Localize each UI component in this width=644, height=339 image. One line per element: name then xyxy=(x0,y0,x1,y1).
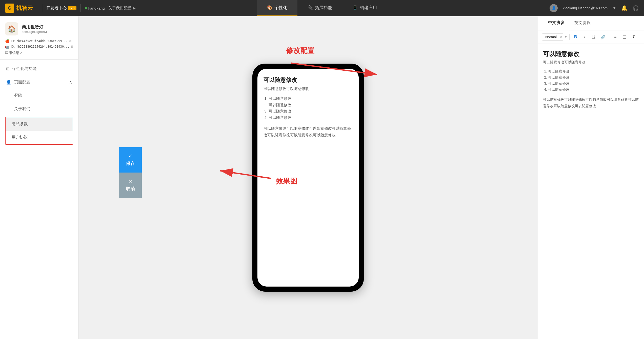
menu-item-page-config-left: 👤 页面配置 xyxy=(6,80,30,85)
android-id-label: ID: xyxy=(11,45,15,48)
tab1-icon: 🎨 xyxy=(267,5,272,10)
ios-id-value: 7be44d5ce9fb4ddb853acc299... xyxy=(16,39,67,43)
nav-about-config: 关于我们配置 xyxy=(108,6,131,11)
user-avatar[interactable]: 👤 xyxy=(550,4,558,12)
sidebar-item-login[interactable]: 登陆 xyxy=(0,89,78,102)
logo-text: 机智云 xyxy=(16,4,33,12)
personalization-icon: ⊞ xyxy=(6,66,9,71)
app-bundle-id: com.light.lightBM xyxy=(22,30,47,34)
app-info-section: 🏠 商用租赁灯 com.light.lightBM 🍎 ID: 7be44d5c… xyxy=(0,16,78,60)
list-item: 可以随意修改 xyxy=(269,115,353,120)
rich-editor-subtitle: 可以随意修改可以随意修改 xyxy=(543,60,639,65)
toolbar-divider2 xyxy=(609,34,609,40)
clear-format-button[interactable]: T xyxy=(630,33,638,41)
sidebar-item-page-config[interactable]: 👤 页面配置 ∧ xyxy=(0,76,78,89)
nav-logo[interactable]: G 机智云 xyxy=(5,4,33,13)
sidebar-submenu: 登陆 关于我们 隐私条款 用户协议 xyxy=(0,89,78,145)
tab-english-agreement[interactable]: 英文协议 xyxy=(569,16,596,30)
page-config-label: 页面配置 xyxy=(14,80,30,85)
android-id-copy-icon[interactable]: ⧉ xyxy=(71,45,73,49)
nav-headphone-icon[interactable]: 🎧 xyxy=(633,5,639,11)
nav-user-info[interactable]: kangkang 关于我们配置 ▶ xyxy=(85,6,136,11)
sidebar-item-personalization[interactable]: ⊞ 个性化与功能 xyxy=(0,62,78,76)
svg-text:修改配置: 修改配置 xyxy=(286,47,315,54)
tab2-icon: 🔌 xyxy=(308,5,313,10)
ios-id-row: 🍎 ID: 7be44d5ce9fb4ddb853acc299... ⧉ xyxy=(5,39,73,43)
toolbar-divider1 xyxy=(569,34,570,40)
sidebar-menu: ⊞ 个性化与功能 👤 页面配置 ∧ 登陆 关于我们 隐私条款 用户协议 xyxy=(0,60,78,148)
beta-badge: Beta xyxy=(68,6,76,10)
list-item: 可以随意修改 xyxy=(269,96,353,101)
nav-email-arrow: ▼ xyxy=(613,6,616,10)
link-button[interactable]: 🔗 xyxy=(599,33,607,41)
rich-list-item: 可以随意修改 xyxy=(548,75,639,80)
underline-button[interactable]: U xyxy=(590,33,598,41)
rich-content-area: 可以随意修改 可以随意修改可以随意修改 可以随意修改 可以随意修改 可以随意修改… xyxy=(538,44,644,339)
sidebar: 🏠 商用租赁灯 com.light.lightBM 🍎 ID: 7be44d5c… xyxy=(0,16,78,339)
nav-email: xiaokang lushang@163.com xyxy=(563,6,608,10)
logo-icon: G xyxy=(5,4,14,13)
android-id-value: fb321189212542b4a891491930... xyxy=(16,45,69,48)
tab-personalization[interactable]: 🎨 个性化 xyxy=(257,0,297,16)
rich-editor-list: 可以随意修改 可以随意修改 可以随意修改 可以随意修改 xyxy=(548,69,639,92)
top-navigation: G 机智云 开发者中心 Beta kangkang 关于我们配置 ▶ 🎨 个性化… xyxy=(0,0,644,16)
phone-content-title: 可以随意修改 xyxy=(264,76,353,84)
page-config-arrow: ∧ xyxy=(69,80,72,85)
save-cancel-buttons: ✓ 保存 ✕ 取消 xyxy=(119,147,142,198)
italic-button[interactable]: I xyxy=(581,33,589,41)
nav-config-arrow: ▶ xyxy=(133,6,136,10)
app-icon: 🏠 xyxy=(5,22,18,35)
nav-divider2 xyxy=(80,4,81,12)
app-info-link[interactable]: 应用信息 > xyxy=(5,51,73,55)
sidebar-item-user-agreement[interactable]: 用户协议 xyxy=(6,131,73,144)
phone-mockup: 可以随意修改 可以随意修改可以随意修改 可以随意修改 可以随意修改 可以随意修改… xyxy=(252,64,364,292)
user-online-dot xyxy=(85,7,87,9)
nav-bell-icon[interactable]: 🔔 xyxy=(621,5,628,11)
sidebar-item-about[interactable]: 关于我们 xyxy=(0,102,78,116)
tab3-icon: 📱 xyxy=(352,5,358,10)
ios-id-copy-icon[interactable]: ⧉ xyxy=(69,39,71,43)
app-name: 商用租赁灯 xyxy=(22,24,47,30)
privacy-box: 隐私条款 用户协议 xyxy=(5,117,73,145)
list-item: 可以随意修改 xyxy=(269,103,353,107)
tab-build-app[interactable]: 📱 构建应用 xyxy=(342,0,387,16)
list-item: 可以随意修改 xyxy=(269,109,353,114)
save-button[interactable]: ✓ 保存 xyxy=(119,147,142,173)
nav-divider xyxy=(42,4,42,12)
tab-chinese-agreement[interactable]: 中文协议 xyxy=(543,16,569,30)
main-layout: 🏠 商用租赁灯 com.light.lightBM 🍎 ID: 7be44d5c… xyxy=(0,16,644,339)
bold-button[interactable]: B xyxy=(572,33,580,41)
app-header: 🏠 商用租赁灯 com.light.lightBM xyxy=(5,22,73,35)
cancel-button[interactable]: ✕ 取消 xyxy=(119,173,142,198)
cancel-label: 取消 xyxy=(126,186,135,192)
personalization-label: 个性化与功能 xyxy=(12,66,37,71)
page-config-icon: 👤 xyxy=(6,80,11,85)
font-style-select[interactable]: Normal xyxy=(542,33,563,41)
cancel-x-icon: ✕ xyxy=(129,179,132,184)
nav-username: kangkang xyxy=(88,6,105,10)
dev-center-label: 开发者中心 Beta xyxy=(46,6,76,11)
editor-toolbar: Normal ▼ B I U 🔗 ≡ ☰ T xyxy=(538,30,644,44)
phone-content-para: 可以随意修改可以随意修改可以随意修改可以随意修改可以随意修改可以随意修改可以随意… xyxy=(264,125,353,138)
phone-container: ✓ 保存 ✕ 取消 可以随意修改 可以随意修改可以随意修改 可以随意修改 可以随… xyxy=(78,16,538,339)
rich-list-item: 可以随意修改 xyxy=(548,81,639,86)
phone-content-subtitle: 可以随意修改可以随意修改 xyxy=(264,86,353,91)
sidebar-item-privacy[interactable]: 隐私条款 xyxy=(6,117,73,131)
tab-extensions[interactable]: 🔌 拓展功能 xyxy=(297,0,342,16)
tab2-label: 拓展功能 xyxy=(315,5,332,11)
unordered-list-button[interactable]: ☰ xyxy=(620,33,629,41)
phone-list: 可以随意修改 可以随意修改 可以随意修改 可以随意修改 xyxy=(269,96,353,120)
ordered-list-button[interactable]: ≡ xyxy=(611,33,619,41)
toolbar-chevron: ▼ xyxy=(564,35,567,39)
rich-list-item: 可以随意修改 xyxy=(548,69,639,74)
rich-editor-paragraph: 可以随意修改可以随意修改可以随意修改可以随意修改可以随意修改可以随意修改可以随意… xyxy=(543,97,639,109)
nav-right: 👤 xiaokang lushang@163.com ▼ 🔔 🎧 xyxy=(550,4,639,12)
right-panel-tabs: 中文协议 英文协议 xyxy=(538,16,644,30)
rich-editor-title: 可以随意修改 xyxy=(543,50,639,58)
right-panel: 中文协议 英文协议 Normal ▼ B I U 🔗 ≡ ☰ T 可以随意修改 xyxy=(538,16,644,339)
save-checkmark-icon: ✓ xyxy=(129,153,132,159)
content-area: ✓ 保存 ✕ 取消 可以随意修改 可以随意修改可以随意修改 可以随意修改 可以随… xyxy=(78,16,644,339)
tab3-label: 构建应用 xyxy=(360,5,377,11)
menu-item-left: ⊞ 个性化与功能 xyxy=(6,66,37,71)
rich-list-item: 可以随意修改 xyxy=(548,87,639,92)
